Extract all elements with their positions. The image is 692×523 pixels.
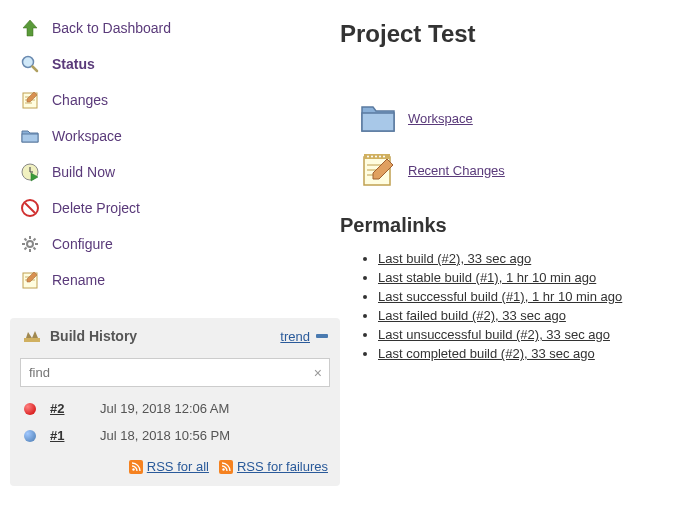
svg-point-35: [383, 156, 385, 158]
permalinks-title: Permalinks: [340, 214, 682, 237]
rss-icon: [129, 460, 143, 474]
recent-changes-row: Recent Changes: [358, 150, 682, 190]
svg-point-32: [371, 156, 373, 158]
build-row[interactable]: #2 Jul 19, 2018 12:06 AM: [10, 395, 340, 422]
svg-point-34: [379, 156, 381, 158]
nav-changes[interactable]: Changes: [10, 82, 340, 118]
collapse-icon[interactable]: [316, 332, 328, 340]
build-number-link[interactable]: #2: [50, 401, 100, 416]
nav-label: Status: [52, 56, 95, 72]
build-search-input[interactable]: [20, 358, 330, 387]
permalink-last-stable[interactable]: Last stable build (#1), 1 hr 10 min ago: [378, 270, 596, 285]
build-date: Jul 19, 2018 12:06 AM: [100, 401, 229, 416]
svg-point-12: [27, 241, 33, 247]
permalinks-list: Last build (#2), 33 sec ago Last stable …: [340, 251, 682, 361]
svg-point-33: [375, 156, 377, 158]
svg-point-27: [222, 468, 224, 470]
nav-label: Changes: [52, 92, 108, 108]
notepad-icon: [18, 88, 42, 112]
folder-icon: [358, 98, 398, 138]
recent-changes-link[interactable]: Recent Changes: [408, 163, 505, 178]
clear-icon[interactable]: ×: [314, 365, 322, 381]
rss-all-label: RSS for all: [147, 459, 209, 474]
nav-configure[interactable]: Configure: [10, 226, 340, 262]
permalink-last-unsuccessful[interactable]: Last unsuccessful build (#2), 33 sec ago: [378, 327, 610, 342]
rss-failures-label: RSS for failures: [237, 459, 328, 474]
nav-label: Build Now: [52, 164, 115, 180]
nav-delete-project[interactable]: Delete Project: [10, 190, 340, 226]
nav-label: Delete Project: [52, 200, 140, 216]
build-history-header: Build History trend: [10, 318, 340, 354]
rss-icon: [219, 460, 233, 474]
build-status-red-icon: [24, 403, 36, 415]
build-row[interactable]: #1 Jul 18, 2018 10:56 PM: [10, 422, 340, 449]
nav-back-dashboard[interactable]: Back to Dashboard: [10, 10, 340, 46]
nav-workspace[interactable]: Workspace: [10, 118, 340, 154]
build-history-title: Build History: [50, 328, 280, 344]
trend-link[interactable]: trend: [280, 329, 310, 344]
svg-line-20: [34, 239, 36, 241]
workspace-link[interactable]: Workspace: [408, 111, 473, 126]
up-arrow-icon: [18, 16, 42, 40]
svg-line-18: [34, 248, 36, 250]
page-title: Project Test: [340, 20, 682, 48]
nav-label: Rename: [52, 272, 105, 288]
svg-rect-6: [22, 134, 38, 142]
main-content: Project Test Workspace Recent Changes Pe…: [340, 0, 692, 486]
permalink-last-completed[interactable]: Last completed build (#2), 33 sec ago: [378, 346, 595, 361]
rss-row: RSS for all RSS for failures: [10, 449, 340, 486]
rename-icon: [18, 268, 42, 292]
workspace-link-row: Workspace: [358, 98, 682, 138]
construction-icon: [22, 328, 42, 344]
svg-rect-28: [362, 113, 394, 131]
rss-failures-link[interactable]: RSS for failures: [219, 459, 328, 474]
permalink-last-failed[interactable]: Last failed build (#2), 33 sec ago: [378, 308, 566, 323]
build-date: Jul 18, 2018 10:56 PM: [100, 428, 230, 443]
build-status-blue-icon: [24, 430, 36, 442]
nav-status[interactable]: Status: [10, 46, 340, 82]
build-number-link[interactable]: #1: [50, 428, 100, 443]
delete-icon: [18, 196, 42, 220]
folder-icon: [18, 124, 42, 148]
gear-icon: [18, 232, 42, 256]
build-search-box: ×: [20, 358, 330, 387]
sidebar: Back to Dashboard Status Changes Workspa…: [0, 0, 340, 486]
magnifier-icon: [18, 52, 42, 76]
rss-all-link[interactable]: RSS for all: [129, 459, 209, 474]
nav-label: Workspace: [52, 128, 122, 144]
svg-point-26: [132, 468, 134, 470]
svg-rect-25: [316, 334, 328, 338]
build-history-panel: Build History trend × #2 Jul 19, 2018 12…: [10, 318, 340, 486]
svg-line-19: [25, 248, 27, 250]
permalink-last-successful[interactable]: Last successful build (#1), 1 hr 10 min …: [378, 289, 622, 304]
svg-point-31: [367, 156, 369, 158]
nav-label: Configure: [52, 236, 113, 252]
svg-line-1: [33, 67, 38, 72]
notepad-pencil-icon: [358, 150, 398, 190]
nav-label: Back to Dashboard: [52, 20, 171, 36]
nav-rename[interactable]: Rename: [10, 262, 340, 298]
permalink-last-build[interactable]: Last build (#2), 33 sec ago: [378, 251, 531, 266]
nav-build-now[interactable]: Build Now: [10, 154, 340, 190]
svg-rect-24: [24, 338, 40, 342]
svg-line-17: [25, 239, 27, 241]
clock-play-icon: [18, 160, 42, 184]
